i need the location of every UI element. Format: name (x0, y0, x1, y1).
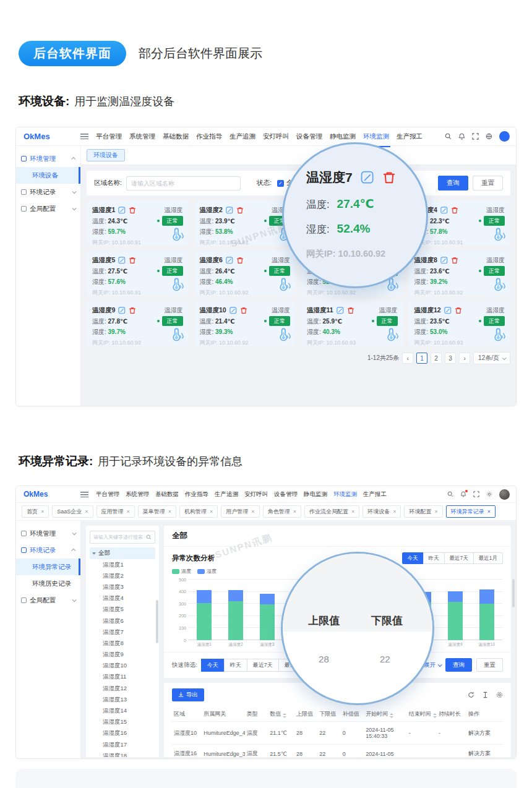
tree-node-温湿度6[interactable]: 温湿度6 (90, 615, 155, 627)
open-tab-作业流全局配置[interactable]: 作业流全局配置× (304, 505, 359, 518)
delete-icon[interactable] (236, 257, 244, 264)
nav-item-静电监测[interactable]: 静电监测 (304, 490, 327, 499)
tree-node-温湿度4[interactable]: 温湿度4 (90, 593, 155, 604)
open-tab-环境异常记录[interactable]: 环境异常记录× (446, 505, 496, 518)
close-icon[interactable]: × (393, 508, 396, 515)
tab-env-device[interactable]: 环境设备 (87, 149, 125, 161)
close-icon[interactable]: × (487, 508, 491, 515)
nav-item-设备管理[interactable]: 设备管理 (274, 490, 298, 499)
tree-node-温湿度9[interactable]: 温湿度9 (90, 649, 155, 661)
solution-link[interactable]: 解决方案 (466, 745, 503, 758)
fullscreen-icon[interactable] (472, 133, 479, 140)
delete-icon[interactable] (451, 207, 458, 214)
tree-node-温湿度12[interactable]: 温湿度12 (90, 683, 155, 694)
page-button-2[interactable]: 2 (431, 353, 442, 364)
close-icon[interactable]: × (168, 508, 171, 515)
tree-node-温湿度15[interactable]: 温湿度15 (90, 717, 155, 728)
page-button-3[interactable]: 3 (445, 353, 456, 364)
nav-item-生产报工[interactable]: 生产报工 (363, 490, 387, 499)
edit-icon[interactable] (337, 307, 344, 314)
nav-item-作业指导[interactable]: 作业指导 (185, 490, 208, 499)
export-button[interactable]: 导出 (172, 688, 204, 701)
range-button-昨天[interactable]: 昨天 (423, 552, 445, 564)
reset-button[interactable]: 重置 (476, 658, 503, 672)
nav-item-生产报工[interactable]: 生产报工 (397, 132, 423, 141)
tree-node-温湿度18[interactable]: 温湿度18 (90, 750, 155, 757)
close-icon[interactable]: × (434, 508, 437, 515)
sidebar-item-全局配置[interactable]: 全局配置 (16, 592, 80, 609)
nav-item-平台管理[interactable]: 平台管理 (96, 490, 119, 499)
edit-icon[interactable] (118, 257, 126, 264)
nav-item-生产追溯[interactable]: 生产追溯 (215, 490, 238, 499)
sidebar-item-全局配置[interactable]: 全局配置 (16, 200, 80, 217)
range-button-最近1月[interactable]: 最近1月 (473, 552, 503, 564)
tree-node-温湿度16[interactable]: 温湿度16 (90, 728, 155, 739)
gear-icon[interactable] (486, 491, 492, 497)
edit-icon[interactable] (226, 207, 233, 214)
open-tab-机构管理[interactable]: 机构管理× (179, 505, 218, 518)
tree-node-温湿度11[interactable]: 温湿度11 (90, 672, 155, 683)
nav-item-基础数据[interactable]: 基础数据 (155, 490, 179, 499)
close-icon[interactable]: × (351, 508, 354, 515)
close-icon[interactable]: × (293, 508, 296, 515)
open-tab-应用管理[interactable]: 应用管理× (97, 505, 135, 518)
close-icon[interactable]: × (85, 508, 88, 515)
sort-icon[interactable] (433, 713, 437, 718)
bell-icon[interactable] (458, 133, 465, 140)
close-icon[interactable]: × (127, 508, 130, 515)
tree-node-温湿度1[interactable]: 温湿度1 (90, 559, 155, 570)
edit-icon[interactable] (444, 307, 452, 314)
tree-node-温湿度17[interactable]: 温湿度17 (90, 739, 155, 750)
close-icon[interactable]: × (210, 508, 213, 515)
tree-node-温湿度5[interactable]: 温湿度5 (90, 604, 155, 615)
open-tab-环境配置[interactable]: 环境配置× (404, 505, 442, 518)
nav-item-环境监测[interactable]: 环境监测 (363, 132, 389, 141)
delete-icon[interactable] (347, 307, 354, 314)
page-size-select[interactable]: 12条/页 (473, 352, 510, 364)
nav-item-作业指导[interactable]: 作业指导 (196, 132, 222, 141)
range-button-今天[interactable]: 今天 (402, 552, 424, 564)
open-tab-用户管理[interactable]: 用户管理× (221, 505, 259, 518)
sidebar-item-环境记录[interactable]: 环境记录 (16, 542, 80, 559)
open-tab-菜单管理[interactable]: 菜单管理× (138, 505, 176, 518)
area-name-input[interactable] (126, 176, 241, 191)
prev-page-button[interactable]: ‹ (402, 353, 413, 364)
avatar[interactable] (499, 489, 510, 500)
tree-search-input[interactable]: 请输入关键字进行搜索 (90, 531, 155, 544)
quick-filter-昨天[interactable]: 昨天 (224, 659, 247, 672)
sort-icon[interactable] (390, 713, 393, 718)
sidebar-item-环境管理[interactable]: 环境管理 (16, 150, 80, 167)
delete-icon[interactable] (129, 257, 136, 264)
open-tab-环境设备[interactable]: 环境设备× (363, 505, 401, 518)
sidebar-item-环境管理[interactable]: 环境管理 (16, 525, 80, 542)
sidebar-item-环境设备[interactable]: 环境设备 (16, 167, 80, 184)
delete-icon[interactable] (236, 207, 244, 214)
sidebar-item-环境记录[interactable]: 环境记录 (16, 184, 80, 200)
refresh-icon[interactable] (468, 690, 474, 701)
search-button[interactable]: 查询 (445, 658, 472, 672)
next-page-button[interactable]: › (459, 353, 470, 364)
delete-icon[interactable] (129, 207, 136, 214)
column-icon[interactable] (482, 690, 489, 701)
avatar[interactable] (499, 131, 510, 142)
quick-filter-今天[interactable]: 今天 (201, 659, 225, 672)
open-tab-首页[interactable]: 首页× (22, 505, 49, 518)
tree-node-温湿度10[interactable]: 温湿度10 (90, 661, 155, 672)
tree-scrollbar[interactable] (156, 600, 158, 643)
delete-icon[interactable] (129, 307, 136, 314)
nav-item-基础数据[interactable]: 基础数据 (163, 132, 189, 141)
edit-icon[interactable] (230, 307, 237, 314)
nav-item-环境监测[interactable]: 环境监测 (333, 490, 357, 499)
reset-button[interactable]: 重置 (473, 176, 503, 191)
close-icon[interactable]: × (251, 508, 254, 515)
solution-link[interactable]: 解决方案 (466, 722, 503, 745)
nav-item-生产追溯[interactable]: 生产追溯 (230, 132, 255, 141)
sidebar-item-环境异常记录[interactable]: 环境异常记录 (16, 559, 80, 575)
edit-icon[interactable] (440, 257, 448, 264)
close-icon[interactable]: × (41, 508, 44, 515)
tree-node-温湿度13[interactable]: 温湿度13 (90, 694, 155, 705)
tree-node-温湿度2[interactable]: 温湿度2 (90, 570, 155, 581)
search-icon[interactable] (447, 491, 453, 497)
search-button[interactable]: 查询 (438, 176, 468, 191)
open-tab-角色管理[interactable]: 角色管理× (263, 505, 301, 518)
